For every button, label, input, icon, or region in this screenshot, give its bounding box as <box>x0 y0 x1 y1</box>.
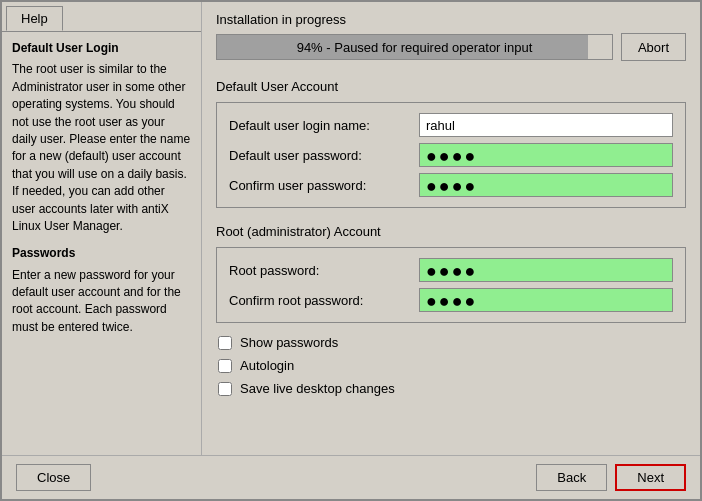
sidebar-content: Default User Login The root user is simi… <box>2 32 201 455</box>
tab-help[interactable]: Help <box>6 6 63 31</box>
root-password-input[interactable]: ●●●● <box>419 258 673 282</box>
password-input[interactable]: ●●●● <box>419 143 673 167</box>
installation-label: Installation in progress <box>216 12 686 27</box>
confirm-password-dots: ●●●● <box>426 176 478 196</box>
confirm-root-password-label: Confirm root password: <box>229 293 419 308</box>
sidebar-section-body-2: Enter a new password for your default us… <box>12 267 191 337</box>
sidebar: Help Default User Login The root user is… <box>2 2 202 455</box>
confirm-password-input[interactable]: ●●●● <box>419 173 673 197</box>
show-passwords-row[interactable]: Show passwords <box>218 335 686 350</box>
content-area: Installation in progress 94% - Paused fo… <box>202 2 700 455</box>
progress-bar-container: 94% - Paused for required operator input <box>216 34 613 60</box>
confirm-root-password-input[interactable]: ●●●● <box>419 288 673 312</box>
autologin-checkbox[interactable] <box>218 359 232 373</box>
default-user-account-header: Default User Account <box>216 79 686 94</box>
confirm-root-password-dots: ●●●● <box>426 291 478 311</box>
progress-bar-text: 94% - Paused for required operator input <box>217 35 612 59</box>
login-row: Default user login name: <box>229 113 673 137</box>
close-button[interactable]: Close <box>16 464 91 491</box>
save-live-row[interactable]: Save live desktop changes <box>218 381 686 396</box>
confirm-password-row: Confirm user password: ●●●● <box>229 173 673 197</box>
password-row: Default user password: ●●●● <box>229 143 673 167</box>
root-password-row: Root password: ●●●● <box>229 258 673 282</box>
checkboxes-section: Show passwords Autologin Save live deskt… <box>216 335 686 396</box>
progress-row: 94% - Paused for required operator input… <box>216 33 686 61</box>
autologin-label: Autologin <box>240 358 294 373</box>
back-button[interactable]: Back <box>536 464 607 491</box>
password-label: Default user password: <box>229 148 419 163</box>
sidebar-section-title-2: Passwords <box>12 245 191 262</box>
root-password-label: Root password: <box>229 263 419 278</box>
default-user-account-panel: Default user login name: Default user pa… <box>216 102 686 208</box>
sidebar-section-body-1: The root user is similar to the Administ… <box>12 61 191 235</box>
password-dots: ●●●● <box>426 146 478 166</box>
bottom-bar: Close Back Next <box>2 455 700 499</box>
confirm-root-password-row: Confirm root password: ●●●● <box>229 288 673 312</box>
save-live-checkbox[interactable] <box>218 382 232 396</box>
root-account-panel: Root password: ●●●● Confirm root passwor… <box>216 247 686 323</box>
show-passwords-checkbox[interactable] <box>218 336 232 350</box>
tab-bar: Help <box>2 2 201 32</box>
login-label: Default user login name: <box>229 118 419 133</box>
abort-button[interactable]: Abort <box>621 33 686 61</box>
autologin-row[interactable]: Autologin <box>218 358 686 373</box>
save-live-label: Save live desktop changes <box>240 381 395 396</box>
right-buttons: Back Next <box>536 464 686 491</box>
login-input[interactable] <box>419 113 673 137</box>
confirm-password-label: Confirm user password: <box>229 178 419 193</box>
sidebar-section-title-1: Default User Login <box>12 40 191 57</box>
root-password-dots: ●●●● <box>426 261 478 281</box>
show-passwords-label: Show passwords <box>240 335 338 350</box>
root-account-header: Root (administrator) Account <box>216 224 686 239</box>
next-button[interactable]: Next <box>615 464 686 491</box>
